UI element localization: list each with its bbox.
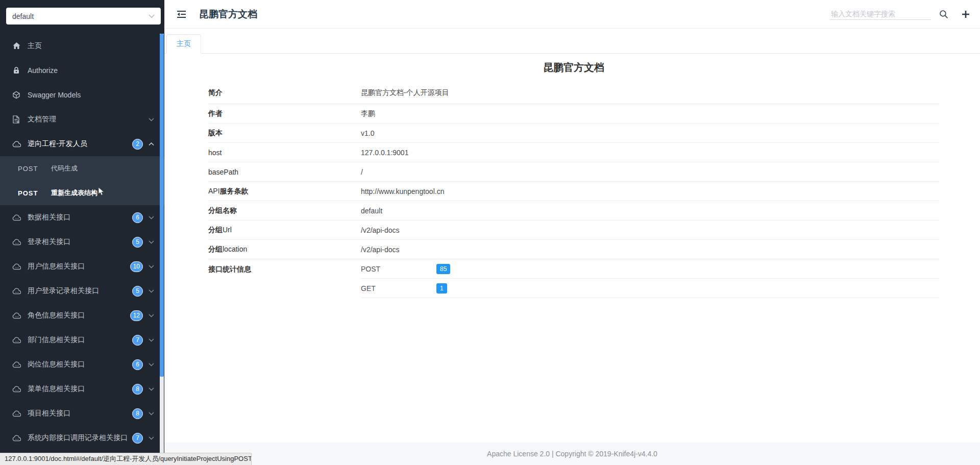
sidebar-subitem-label: 代码生成 xyxy=(51,164,78,173)
sidebar-group-menu-info[interactable]: 菜单信息相关接口 8 xyxy=(0,377,164,401)
chevron-down-icon xyxy=(149,387,154,391)
sidebar-group-label: 角色信息相关接口 xyxy=(28,311,130,320)
chevron-down-icon xyxy=(149,289,154,293)
chevron-down-icon xyxy=(149,314,154,317)
sidebar-item-doc-management[interactable]: 文档管理 xyxy=(0,107,164,132)
doc-home-content: 昆鹏官方文档 简介 昆鹏官方文档-个人开源项目 作者 李鹏 版本 v1.0 ho… xyxy=(164,54,980,298)
stat-row-get: GET 1 xyxy=(361,279,939,298)
api-count-badge: 5 xyxy=(132,286,143,297)
app-header: 昆鹏官方文档 xyxy=(164,0,980,29)
sidebar-subitem-label: 重新生成表结构 xyxy=(51,188,97,198)
api-count-badge: 5 xyxy=(132,237,143,248)
sidebar-scrollbar-thumb[interactable] xyxy=(160,34,164,377)
sidebar-group-label: 系统内部接口调用记录相关接口 xyxy=(28,433,132,443)
group-select-dropdown[interactable]: default xyxy=(6,8,161,25)
api-count-badge: 6 xyxy=(132,212,143,223)
sidebar-group-internal-call-records[interactable]: 系统内部接口调用记录相关接口 7 xyxy=(0,426,164,450)
sidebar-item-label: Authorize xyxy=(28,66,154,75)
sidebar-subitem-code-generate[interactable]: POST 代码生成 xyxy=(0,156,164,181)
api-count-badge: 10 xyxy=(130,261,143,272)
info-row-terms-of-service: API服务条款 http://www.kunpengtool.cn xyxy=(208,182,939,201)
info-label: 简介 xyxy=(208,88,361,97)
api-cloud-icon xyxy=(12,386,22,393)
sidebar-submenu: POST 代码生成 POST 重新生成表结构 xyxy=(0,156,164,205)
chevron-down-icon xyxy=(149,14,155,18)
info-row-group-name: 分组名称 default xyxy=(208,201,939,221)
sidebar-group-label: 登录相关接口 xyxy=(28,237,132,247)
tab-home[interactable]: 主页 xyxy=(166,34,201,54)
group-select-value: default xyxy=(12,12,34,20)
info-label: host xyxy=(208,149,361,157)
info-value: 127.0.0.1:9001 xyxy=(361,149,939,157)
api-stats-section: 接口统计信息 POST 85 GET 1 xyxy=(208,259,939,298)
sidebar-item-home[interactable]: 主页 xyxy=(0,34,164,58)
sidebar-group-dept-info[interactable]: 部门信息相关接口 7 xyxy=(0,328,164,352)
doc-search-input[interactable] xyxy=(830,8,931,20)
info-row-author: 作者 李鹏 xyxy=(208,104,939,124)
sidebar-group-user-login-records[interactable]: 用户登录记录相关接口 5 xyxy=(0,279,164,303)
chevron-down-icon xyxy=(149,412,154,415)
info-label: 分组Url xyxy=(208,226,361,235)
api-cloud-icon xyxy=(12,435,22,442)
sidebar-group-label: 数据相关接口 xyxy=(28,213,132,222)
mouse-cursor xyxy=(98,187,105,198)
tab-bar: 主页 xyxy=(164,29,980,54)
info-value: / xyxy=(361,168,939,176)
chevron-down-icon xyxy=(149,240,154,244)
info-row-host: host 127.0.0.1:9001 xyxy=(208,143,939,162)
api-count-badge: 6 xyxy=(132,359,143,370)
plus-icon[interactable] xyxy=(962,10,970,18)
info-label: API服务条款 xyxy=(208,187,361,196)
info-label: 分组名称 xyxy=(208,206,361,215)
sidebar-group-login[interactable]: 登录相关接口 5 xyxy=(0,230,164,254)
chevron-down-icon xyxy=(149,338,154,342)
sidebar-group-label: 菜单信息相关接口 xyxy=(28,384,132,394)
info-row-intro: 简介 昆鹏官方文档-个人开源项目 xyxy=(208,82,939,104)
sidebar-item-label: 逆向工程-开发人员 xyxy=(28,139,132,149)
sidebar-group-label: 用户信息相关接口 xyxy=(28,262,130,271)
sidebar-subitem-regenerate-table[interactable]: POST 重新生成表结构 xyxy=(0,181,164,205)
sidebar-group-user-info[interactable]: 用户信息相关接口 10 xyxy=(0,254,164,279)
api-count-badge: 8 xyxy=(132,408,143,419)
sidebar-group-project[interactable]: 项目相关接口 8 xyxy=(0,401,164,426)
license-text: Apache License 2.0 | Copyright © 2019-Kn… xyxy=(487,450,657,458)
tab-label: 主页 xyxy=(177,39,191,48)
info-value: /v2/api-docs xyxy=(361,246,939,254)
sidebar-item-authorize[interactable]: Authorize xyxy=(0,58,164,83)
document-icon xyxy=(12,115,22,124)
search-icon[interactable] xyxy=(939,10,948,19)
chevron-down-icon xyxy=(149,216,154,219)
api-count-badge: 12 xyxy=(130,310,143,321)
sidebar-item-reverse-engineering[interactable]: 逆向工程-开发人员 2 xyxy=(0,132,164,156)
api-count-badge: 2 xyxy=(132,139,143,150)
sidebar: default 主页 Authorize xyxy=(0,0,164,465)
info-label: basePath xyxy=(208,168,361,176)
stat-count-badge: 1 xyxy=(436,283,447,293)
chevron-down-icon xyxy=(149,118,154,121)
sidebar-group-data[interactable]: 数据相关接口 6 xyxy=(0,205,164,230)
info-row-basepath: basePath / xyxy=(208,162,939,182)
sidebar-nav: 主页 Authorize Swagger Models 文档管理 xyxy=(0,34,164,450)
api-stats-rows: POST 85 GET 1 xyxy=(361,259,939,298)
info-value: 昆鹏官方文档-个人开源项目 xyxy=(361,88,939,97)
chevron-up-icon xyxy=(149,142,154,146)
api-cloud-icon xyxy=(12,361,22,368)
api-cloud-icon xyxy=(12,214,22,221)
menu-fold-icon[interactable] xyxy=(176,10,187,19)
info-value: 李鹏 xyxy=(361,109,939,118)
info-value: http://www.kunpengtool.cn xyxy=(361,187,939,195)
info-label: 作者 xyxy=(208,109,361,118)
api-cloud-icon xyxy=(12,141,22,148)
sidebar-group-post-info[interactable]: 岗位信息相关接口 6 xyxy=(0,352,164,377)
info-label: 分组location xyxy=(208,245,361,254)
header-actions xyxy=(830,8,972,20)
info-label: 版本 xyxy=(208,129,361,138)
sidebar-group-label: 岗位信息相关接口 xyxy=(28,360,132,369)
sidebar-item-swagger-models[interactable]: Swagger Models xyxy=(0,83,164,107)
sidebar-group-label: 用户登录记录相关接口 xyxy=(28,286,132,296)
stat-row-post: POST 85 xyxy=(361,259,939,279)
sidebar-group-role-info[interactable]: 角色信息相关接口 12 xyxy=(0,303,164,328)
app-title: 昆鹏官方文档 xyxy=(199,8,257,21)
api-cloud-icon xyxy=(12,239,22,246)
sidebar-group-label: 部门信息相关接口 xyxy=(28,335,132,345)
